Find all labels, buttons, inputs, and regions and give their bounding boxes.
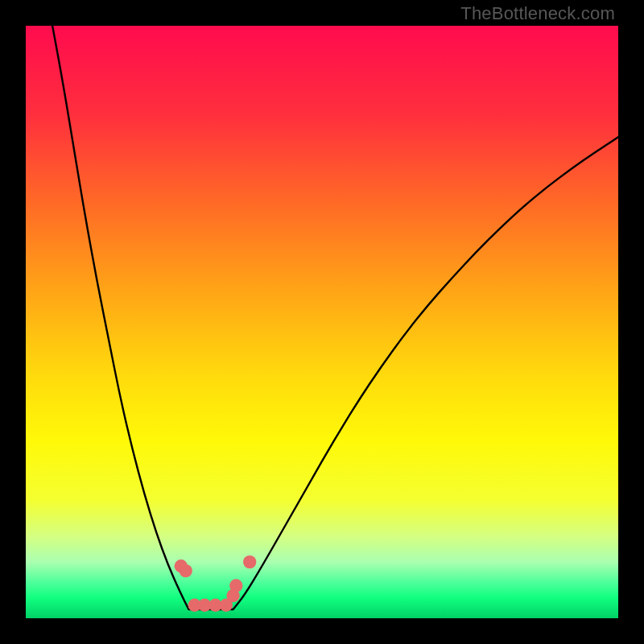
data-marker: [180, 564, 192, 577]
chart-area: [26, 26, 618, 618]
data-marker: [243, 555, 256, 568]
bottleneck-chart: [26, 26, 618, 618]
gradient-background: [26, 26, 618, 618]
watermark-text: TheBottleneck.com: [460, 3, 615, 24]
data-marker: [229, 579, 242, 592]
